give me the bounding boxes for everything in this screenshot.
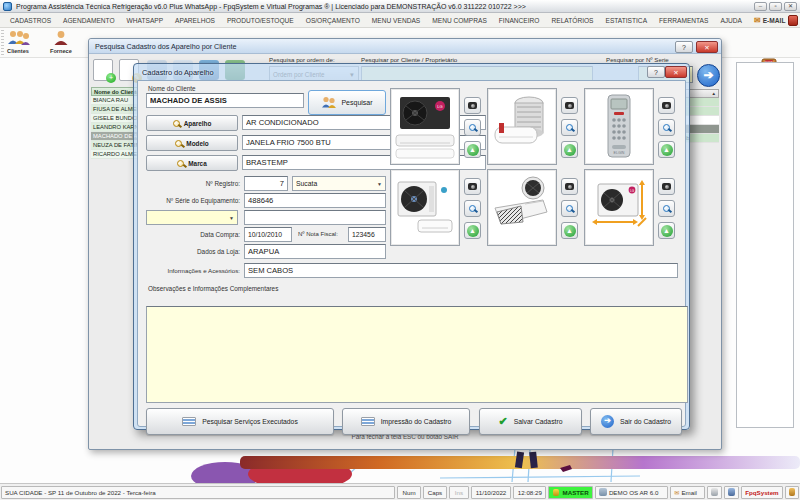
app-title: Programa Assistência Técnica Refrigeraçã… <box>16 3 526 10</box>
menu-aparelhos[interactable]: APARELHOS <box>169 17 221 24</box>
registro-input[interactable] <box>244 176 288 191</box>
appliance-photo-frame[interactable] <box>487 88 557 165</box>
dialog-help-button[interactable]: ? <box>647 66 665 78</box>
dialog-title: Cadastro do Aparelho <box>142 68 214 77</box>
search-window-titlebar[interactable]: Pesquisa Cadastro dos Aparelho por Clien… <box>89 39 721 54</box>
info-input[interactable] <box>244 263 678 278</box>
menu-vendas[interactable]: MENU VENDAS <box>366 17 426 24</box>
zoom-photo-button[interactable] <box>561 119 578 136</box>
menu-email[interactable]: ✉ E-MAIL <box>748 16 791 25</box>
appliance-photo-frame[interactable]: LG <box>390 88 460 165</box>
obs-textarea[interactable] <box>146 306 688 403</box>
menu-compras[interactable]: MENU COMPRAS <box>426 17 493 24</box>
search-window-close-button[interactable]: ✕ <box>696 41 718 53</box>
serie-search-label: Pesquisar por Nº Serie <box>606 56 669 63</box>
appliance-photo-frame[interactable]: LG <box>584 169 654 246</box>
menu-ajuda[interactable]: AJUDA <box>714 17 748 24</box>
magnifier-icon <box>663 124 670 131</box>
search-window-title: Pesquisa Cadastro dos Aparelho por Clien… <box>95 42 236 51</box>
menu-ferramentas[interactable]: FERRAMENTAS <box>653 17 714 24</box>
menu-bar: CADASTROS AGENDAMENTO WHATSAPP APARELHOS… <box>0 13 800 28</box>
app-titlebar: Programa Assistência Técnica Refrigeraçã… <box>0 0 800 13</box>
green-up-arrow-icon: ▲ <box>661 144 673 156</box>
extra-combobox[interactable]: ▼ <box>146 210 238 225</box>
serie-search-go-button[interactable]: ➔ <box>697 64 720 87</box>
data-compra-input[interactable] <box>244 227 292 242</box>
appliance-photo-frame[interactable] <box>487 169 557 246</box>
order-label: Pesquisa por ordem de: <box>269 56 335 63</box>
dialog-close-button[interactable]: ✕ <box>665 66 687 78</box>
toolbar-fornecedores-button[interactable]: Fornece <box>50 30 72 54</box>
new-record-button[interactable]: + <box>93 59 113 81</box>
obs-label: Observações e Informações Complementares <box>148 285 278 292</box>
side-panel <box>736 62 794 428</box>
upload-photo-button[interactable]: ▲ <box>658 141 675 158</box>
extra-input[interactable] <box>244 210 386 225</box>
green-up-arrow-icon: ▲ <box>564 225 576 237</box>
search-window-help-button[interactable]: ? <box>675 41 693 53</box>
scroll-up-icon[interactable]: ▲ <box>712 90 716 97</box>
aparelho-button[interactable]: Aparelho <box>146 115 238 131</box>
menu-estatistica[interactable]: ESTATISTICA <box>600 17 654 24</box>
pesquisar-servicos-button[interactable]: Pesquisar Serviços Executados <box>146 408 334 435</box>
menu-relatorios[interactable]: RELATÓRIOS <box>546 17 600 24</box>
sucata-combobox[interactable]: Sucata ▼ <box>292 176 386 191</box>
zoom-photo-button[interactable] <box>561 200 578 217</box>
menu-whatsapp[interactable]: WHATSAPP <box>121 17 170 24</box>
magnifier-icon <box>173 120 180 127</box>
capture-photo-button[interactable] <box>464 178 481 195</box>
menu-os-orcamento[interactable]: OS/ORÇAMENTO <box>300 17 366 24</box>
nota-fiscal-input[interactable] <box>348 227 386 242</box>
status-people-button[interactable] <box>785 486 799 499</box>
zoom-photo-button[interactable] <box>464 200 481 217</box>
svg-text:ELGIN: ELGIN <box>614 151 625 155</box>
upload-photo-button[interactable]: ▲ <box>561 222 578 239</box>
menu-produto-estoque[interactable]: PRODUTO/ESTOQUE <box>221 17 300 24</box>
magnifier-icon <box>469 124 476 131</box>
upload-photo-button[interactable]: ▲ <box>658 222 675 239</box>
dialog-titlebar[interactable]: Cadastro do Aparelho ? ✕ <box>134 64 689 80</box>
zoom-photo-button[interactable] <box>658 119 675 136</box>
appliance-photo-frame[interactable]: ELGIN <box>584 88 654 165</box>
status-network-button[interactable] <box>724 486 739 499</box>
close-button[interactable]: ✕ <box>784 2 797 11</box>
magnifier-icon <box>177 160 184 167</box>
marca-button[interactable]: Marca <box>146 155 238 171</box>
menu-cadastros[interactable]: CADASTROS <box>4 17 57 24</box>
pesquisar-button[interactable]: Pesquisar <box>308 90 386 115</box>
toolbar-clientes-button[interactable]: Clientes <box>6 30 30 54</box>
client-name-input[interactable] <box>146 93 304 108</box>
minimize-button[interactable]: – <box>754 2 767 11</box>
upload-photo-button[interactable]: ▲ <box>561 141 578 158</box>
capture-photo-button[interactable] <box>561 178 578 195</box>
status-brand: FpqSystem <box>741 486 784 499</box>
photo-buttons: ▲ <box>561 178 579 239</box>
zoom-photo-button[interactable] <box>464 119 481 136</box>
svg-text:LG: LG <box>630 189 635 193</box>
remote-control-image: ELGIN <box>588 93 650 161</box>
loja-input[interactable] <box>244 244 386 259</box>
sair-cadastro-button[interactable]: ➔ Sair do Cadastro <box>590 408 682 435</box>
system-icon <box>599 488 607 496</box>
status-printer-button[interactable] <box>707 486 722 499</box>
capture-photo-button[interactable] <box>658 178 675 195</box>
capture-photo-button[interactable] <box>658 97 675 114</box>
salvar-cadastro-button[interactable]: ✔ Salvar Cadastro <box>479 408 582 435</box>
impressao-cadastro-button[interactable]: Impressão do Cadastro <box>342 408 470 435</box>
modelo-button[interactable]: Modelo <box>146 135 238 151</box>
zoom-photo-button[interactable] <box>658 200 675 217</box>
capture-photo-button[interactable] <box>561 97 578 114</box>
appliance-photo-frame[interactable] <box>390 169 460 246</box>
clients-people-icon <box>6 30 30 47</box>
upload-photo-button[interactable]: ▲ <box>464 222 481 239</box>
serie-input[interactable] <box>244 193 386 208</box>
status-email-button[interactable]: ✉ Email <box>670 486 705 499</box>
magnifier-icon <box>175 140 182 147</box>
ac-ceiling-unit-image <box>491 174 553 242</box>
photo-buttons: ▲ <box>464 97 482 158</box>
menu-financeiro[interactable]: FINANCEIRO <box>493 17 546 24</box>
menu-agendamento[interactable]: AGENDAMENTO <box>57 17 121 24</box>
capture-photo-button[interactable] <box>464 97 481 114</box>
maximize-button[interactable]: ▫ <box>769 2 782 11</box>
upload-photo-button[interactable]: ▲ <box>464 141 481 158</box>
